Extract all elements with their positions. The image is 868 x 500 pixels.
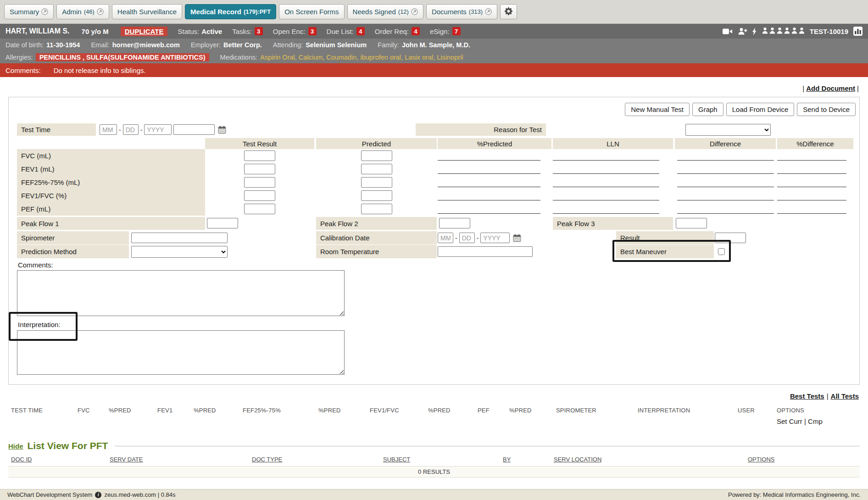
add-person-icon[interactable]: [738, 28, 747, 35]
dob-value: 11-30-1954: [46, 41, 80, 49]
tab-admin[interactable]: Admin (46): [56, 4, 109, 19]
esign-label: eSign:: [430, 28, 450, 35]
separator: ,: [295, 54, 299, 61]
lightning-icon[interactable]: [752, 28, 757, 35]
fef25-75-predicted-input[interactable]: [361, 177, 392, 188]
tab-on-screen-forms[interactable]: On Screen Forms: [279, 4, 344, 19]
pef-row-label: PEF (mL): [17, 202, 205, 216]
column-subject[interactable]: SUBJECT: [383, 456, 410, 463]
result-input[interactable]: [715, 233, 746, 243]
medication-link[interactable]: Lasix oral: [405, 54, 433, 61]
test-date-day-input[interactable]: [123, 124, 139, 135]
video-camera-icon[interactable]: [723, 28, 733, 35]
due-list-label: Due List:: [327, 28, 354, 35]
allergy-alert[interactable]: PENICILLINS , SULFA(SULFONAMIDE ANTIBIOT…: [36, 53, 209, 61]
best-tests-link[interactable]: Best Tests: [790, 392, 824, 400]
fef25-75-test-result-input[interactable]: [244, 177, 275, 188]
calibration-day-input[interactable]: [459, 233, 475, 243]
patient-age-sex: 70 y/o M: [82, 28, 109, 35]
test-time-date-group: - -: [100, 124, 226, 135]
tab-health-surveillance[interactable]: Health Surveillance: [112, 4, 182, 19]
interpretation-textarea[interactable]: [17, 330, 345, 375]
tab-needs-signed[interactable]: Needs Signed (12): [347, 4, 423, 19]
all-tests-link[interactable]: All Tests: [831, 392, 859, 400]
pft-form: New Manual Test Graph Load From Device S…: [8, 97, 860, 385]
fev1-fvc-test-result-input[interactable]: [244, 190, 275, 201]
medication-link[interactable]: Coumadin: [326, 54, 356, 61]
hide-link[interactable]: Hide: [8, 442, 23, 450]
add-document-link[interactable]: Add Document: [806, 84, 855, 92]
comments-bar-label: Comments:: [6, 67, 41, 74]
tab-label: Health Surveillance: [117, 8, 177, 16]
open-enc-count-badge[interactable]: 3: [308, 27, 317, 35]
medication-link[interactable]: Lisinopril: [437, 54, 463, 61]
calibration-month-input[interactable]: [438, 233, 453, 243]
tab-medical-record[interactable]: Medical Record (179):PFT: [185, 4, 276, 19]
set-curr-link[interactable]: Set Curr: [777, 417, 802, 425]
due-list-count-badge[interactable]: 4: [356, 27, 365, 35]
order-req-count-badge[interactable]: 4: [412, 27, 420, 35]
popout-icon[interactable]: [485, 8, 492, 15]
column-serv-date[interactable]: SERV DATE: [110, 456, 143, 463]
fev1-predicted-input[interactable]: [361, 164, 392, 174]
column-fev1: FEV1: [157, 407, 172, 414]
list-view-header-row: DOC ID SERV DATE DOC TYPE SUBJECT BY SER…: [8, 455, 860, 465]
medication-link[interactable]: ibuprofen oral: [360, 54, 401, 61]
peak-flow-3-input[interactable]: [676, 218, 707, 228]
date-separator: -: [455, 234, 457, 242]
tasks-count-badge[interactable]: 3: [255, 27, 263, 35]
column-serv-location[interactable]: SERV LOCATION: [554, 456, 601, 463]
fvc-percent-difference-value: [777, 160, 846, 161]
peak-flow-1-input[interactable]: [207, 218, 238, 228]
test-date-year-input[interactable]: [144, 124, 172, 135]
graph-button[interactable]: Graph: [692, 103, 723, 116]
column-header-percent-difference: %Difference: [777, 138, 853, 149]
popout-icon[interactable]: [411, 8, 418, 15]
column-doc-id[interactable]: DOC ID: [11, 456, 32, 463]
column-options[interactable]: OPTIONS: [748, 456, 775, 463]
column-header-predicted: Predicted: [316, 138, 437, 149]
fev1-fvc-percent-difference-value: [777, 200, 846, 200]
column-doc-type[interactable]: DOC TYPE: [252, 456, 282, 463]
calibration-year-input[interactable]: [480, 233, 510, 243]
pef-predicted-input[interactable]: [361, 204, 392, 214]
medication-link[interactable]: Aspirin Oral: [260, 54, 295, 61]
prediction-method-select[interactable]: [131, 246, 228, 258]
fvc-test-result-input[interactable]: [244, 150, 275, 161]
duplicate-badge[interactable]: DUPLICATE: [121, 27, 168, 36]
best-maneuver-checkbox[interactable]: [718, 248, 725, 255]
popout-icon[interactable]: [41, 8, 48, 15]
calendar-icon[interactable]: [513, 234, 521, 242]
column-by[interactable]: BY: [503, 456, 511, 463]
separator: ,: [433, 54, 437, 61]
fev1-test-result-input[interactable]: [244, 164, 275, 174]
comments-textarea[interactable]: [17, 270, 345, 316]
reason-for-test-select[interactable]: [685, 124, 771, 136]
new-manual-test-button[interactable]: New Manual Test: [625, 103, 690, 116]
person-icon: [791, 27, 797, 35]
test-date-month-input[interactable]: [100, 124, 117, 135]
test-time-input[interactable]: [173, 124, 215, 135]
reason-for-test-label: Reason for Test: [416, 123, 546, 136]
esign-count-badge[interactable]: 7: [452, 27, 461, 35]
chart-icon[interactable]: [853, 27, 862, 36]
cmp-link[interactable]: Cmp: [808, 417, 823, 425]
peak-flow-2-input[interactable]: [439, 218, 470, 228]
popout-icon[interactable]: [97, 8, 104, 15]
calendar-icon[interactable]: [218, 126, 226, 134]
medication-link[interactable]: Calcium: [299, 54, 323, 61]
fev1-fvc-predicted-input[interactable]: [361, 190, 392, 201]
room-temperature-input[interactable]: [438, 246, 533, 257]
tab-summary[interactable]: Summary: [4, 4, 54, 19]
send-to-device-button[interactable]: Send to Device: [797, 103, 856, 116]
column-pred-3: %PRED: [318, 407, 341, 414]
server-info: zeus.med-web.com | 0.84s: [104, 491, 175, 498]
info-icon[interactable]: i: [95, 492, 101, 498]
settings-gear-button[interactable]: [500, 4, 517, 19]
pef-test-result-input[interactable]: [244, 204, 275, 214]
fvc-predicted-input[interactable]: [361, 150, 392, 161]
comments-bar-text: Do not release info to siblings.: [54, 67, 146, 74]
spirometer-input[interactable]: [131, 233, 228, 243]
tab-documents[interactable]: Documents (313): [426, 4, 497, 19]
load-from-device-button[interactable]: Load From Device: [726, 103, 795, 116]
